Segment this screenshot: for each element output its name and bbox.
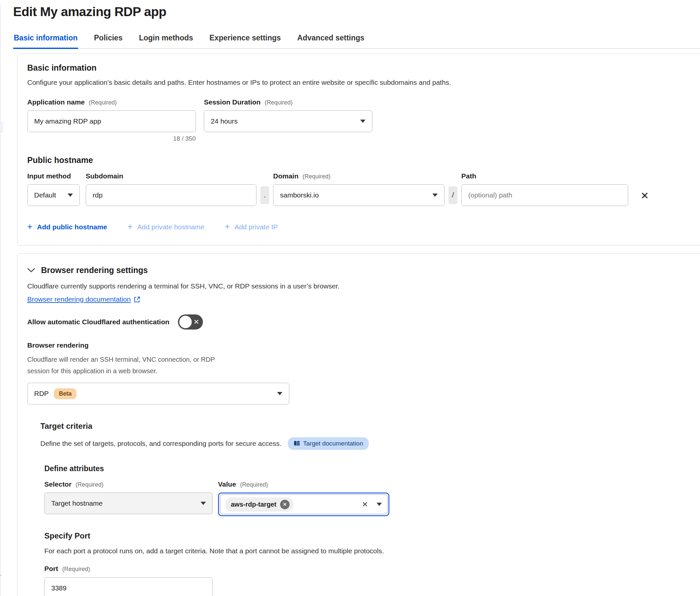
application-name-char-count: 18 / 350 — [27, 135, 196, 142]
path-input[interactable] — [461, 184, 628, 206]
selector-value: Target hostname — [51, 499, 102, 507]
application-name-field: Application name (Required) 18 / 350 — [27, 98, 196, 142]
subdomain-input[interactable] — [86, 184, 256, 206]
value-tag-label: aws-rdp-target — [231, 501, 277, 508]
plus-icon: + — [127, 222, 133, 232]
dot-separator: . — [260, 186, 269, 204]
browser-rendering-settings-header[interactable]: Browser rendering settings — [27, 266, 695, 275]
define-attributes-section: Define attributes Selector (Required) Ta… — [44, 464, 695, 516]
add-private-hostname-label: Add private hostname — [137, 223, 204, 231]
basic-information-description: Configure your application’s basic detai… — [27, 78, 695, 86]
add-private-ip-button[interactable]: + Add private IP — [225, 222, 278, 232]
input-method-field: Input method Default — [27, 172, 80, 206]
selector-value-row: Selector (Required) Target hostname Valu… — [44, 480, 695, 516]
selector-required: (Required) — [76, 481, 103, 488]
browser-rendering-select[interactable]: RDP Beta — [27, 383, 289, 404]
tab-bar: Basic information Policies Login methods… — [13, 33, 700, 49]
browser-rendering-label: Browser rendering — [27, 341, 695, 349]
cloudflared-auth-row: Allow automatic Cloudflared authenticati… — [27, 315, 695, 329]
subdomain-label: Subdomain — [86, 172, 256, 180]
specify-port-heading: Specify Port — [44, 531, 695, 541]
browser-rendering-card: Browser rendering settings Cloudflare cu… — [17, 253, 700, 596]
chevron-down-icon — [433, 194, 438, 197]
application-name-required: (Required) — [89, 99, 116, 106]
domain-field: Domain (Required) samborski.io — [273, 172, 445, 206]
left-rail-divider — [0, 5, 1, 596]
selector-label: Selector — [44, 480, 72, 488]
domain-required: (Required) — [303, 173, 330, 180]
browser-rendering-value: RDP — [34, 390, 49, 398]
tab-advanced-settings[interactable]: Advanced settings — [296, 33, 365, 48]
plus-icon: + — [27, 222, 32, 232]
specify-port-section: Specify Port For each port a protocol ru… — [44, 531, 695, 596]
browser-rendering-settings-description: Cloudflare currently supports rendering … — [27, 282, 695, 290]
public-hostname-row: Input method Default Subdomain . Domain … — [27, 172, 695, 206]
subdomain-field: Subdomain — [86, 172, 256, 206]
plus-icon: + — [225, 222, 230, 232]
tab-experience-settings[interactable]: Experience settings — [209, 33, 281, 48]
beta-badge: Beta — [54, 388, 77, 399]
domain-select[interactable]: samborski.io — [273, 184, 445, 206]
browser-rendering-description: Cloudflare will render an SSH terminal, … — [27, 354, 224, 377]
left-rail-fragment — [0, 123, 3, 132]
cloudflared-auth-toggle[interactable]: ✕ — [178, 315, 203, 329]
add-private-ip-label: Add private IP — [234, 223, 278, 231]
tag-remove-icon[interactable]: ✕ — [280, 500, 290, 509]
browser-rendering-documentation-link[interactable]: Browser rendering documentation — [27, 295, 140, 303]
path-field: Path — [461, 172, 628, 206]
specify-port-description: For each port a protocol runs on, add a … — [44, 547, 695, 555]
add-public-hostname-button[interactable]: + Add public hostname — [27, 222, 107, 232]
page-title: Edit My amazing RDP app — [13, 5, 700, 19]
target-documentation-button[interactable]: Target documentation — [288, 437, 369, 450]
toggle-off-x-icon: ✕ — [193, 318, 199, 326]
path-label: Path — [461, 172, 628, 180]
target-documentation-label: Target documentation — [303, 440, 363, 447]
session-duration-value: 24 hours — [211, 117, 238, 125]
chevron-down-icon[interactable] — [377, 503, 382, 506]
toggle-knob — [179, 316, 192, 328]
chevron-down-icon — [68, 194, 73, 197]
target-criteria-description: Define the set of targets, protocols, an… — [41, 440, 281, 447]
tab-policies[interactable]: Policies — [93, 33, 123, 48]
value-combobox[interactable]: aws-rdp-target ✕ ✕ — [220, 495, 387, 514]
clear-value-icon[interactable]: ✕ — [362, 501, 368, 508]
tab-basic-information[interactable]: Basic information — [13, 33, 78, 49]
application-name-label: Application name — [27, 98, 85, 106]
edit-application-page: Edit My amazing RDP app Basic informatio… — [0, 5, 700, 596]
domain-value: samborski.io — [280, 191, 319, 199]
input-method-label: Input method — [27, 172, 80, 180]
chevron-down-icon — [27, 268, 35, 273]
session-duration-required: (Required) — [265, 99, 292, 106]
basic-information-card: Basic information Configure your applica… — [17, 54, 700, 245]
external-link-icon — [134, 296, 140, 303]
target-criteria-section: Target criteria Define the set of target… — [41, 422, 695, 596]
hostname-actions-row: + Add public hostname + Add private host… — [27, 222, 695, 232]
domain-label: Domain — [273, 172, 299, 180]
public-hostname-heading: Public hostname — [27, 155, 695, 165]
selector-select[interactable]: Target hostname — [44, 493, 213, 514]
port-input[interactable] — [44, 577, 213, 596]
input-method-value: Default — [34, 191, 56, 199]
value-required: (Required) — [240, 481, 268, 488]
application-name-input[interactable] — [27, 110, 196, 132]
left-rail-tick — [0, 575, 2, 576]
add-public-hostname-label: Add public hostname — [37, 223, 107, 231]
slash-separator: / — [448, 186, 457, 204]
selector-field: Selector (Required) Target hostname — [44, 480, 213, 516]
browser-rendering-settings-heading: Browser rendering settings — [41, 266, 148, 275]
basic-information-heading: Basic information — [27, 63, 695, 73]
session-duration-select[interactable]: 24 hours — [204, 110, 372, 132]
value-combobox-focus-ring: aws-rdp-target ✕ ✕ — [218, 493, 389, 516]
input-method-select[interactable]: Default — [27, 184, 80, 206]
add-private-hostname-button[interactable]: + Add private hostname — [127, 222, 204, 232]
remove-hostname-row-icon[interactable]: ✕ — [641, 191, 649, 201]
port-label: Port — [44, 565, 58, 572]
port-required: (Required) — [62, 566, 90, 572]
chevron-down-icon — [360, 120, 365, 123]
target-criteria-description-row: Define the set of targets, protocols, an… — [41, 437, 695, 450]
chevron-down-icon — [201, 502, 206, 505]
value-tag: aws-rdp-target ✕ — [226, 497, 293, 512]
tab-login-methods[interactable]: Login methods — [138, 33, 194, 48]
browser-rendering-documentation-label: Browser rendering documentation — [27, 295, 131, 303]
cloudflared-auth-label: Allow automatic Cloudflared authenticati… — [27, 318, 170, 326]
